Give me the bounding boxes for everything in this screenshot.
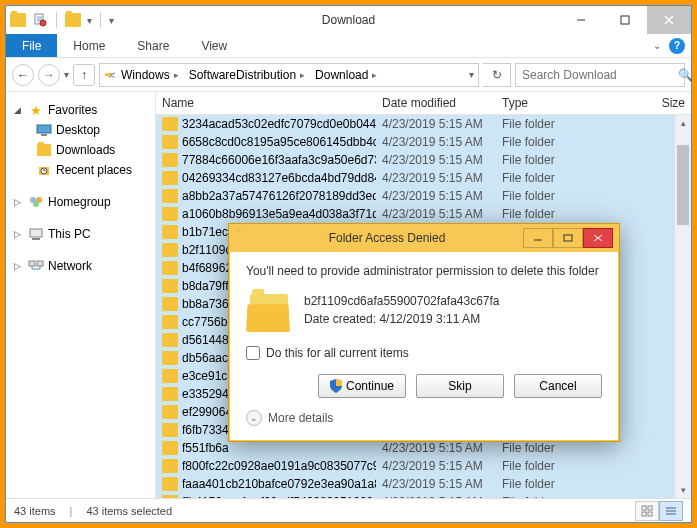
dialog-close-button[interactable]	[583, 228, 613, 248]
file-type: File folder	[496, 189, 576, 203]
file-name: cc7756b1	[182, 315, 234, 329]
file-tab[interactable]: File	[6, 34, 57, 57]
file-name: f551fb6a	[182, 441, 229, 455]
breadcrumb-segment[interactable]: SoftwareDistribution▸	[185, 68, 309, 82]
homegroup-node[interactable]: ▷Homegroup	[10, 192, 151, 212]
expand-ribbon-icon[interactable]: ⌄	[653, 40, 661, 51]
skip-button[interactable]: Skip	[416, 374, 504, 398]
svg-rect-6	[37, 125, 51, 133]
network-node[interactable]: ▷Network	[10, 256, 151, 276]
folder-access-dialog: Folder Access Denied You'll need to prov…	[228, 223, 620, 442]
thispc-node[interactable]: ▷This PC	[10, 224, 151, 244]
folder-icon	[162, 117, 178, 131]
folder-icon	[162, 189, 178, 203]
details-view-button[interactable]	[659, 501, 683, 521]
scrollbar[interactable]: ▴ ▾	[675, 115, 691, 498]
close-button[interactable]	[647, 6, 691, 34]
dialog-maximize-button[interactable]	[553, 228, 583, 248]
svg-rect-19	[642, 512, 646, 516]
breadcrumb-segment[interactable]: Windows▸	[117, 68, 183, 82]
qat-menu-icon[interactable]: ▾	[109, 15, 114, 26]
desktop-node[interactable]: Desktop	[32, 120, 151, 140]
search-icon[interactable]: 🔍	[678, 68, 693, 82]
continue-button[interactable]: Continue	[318, 374, 406, 398]
svg-rect-13	[30, 229, 42, 237]
list-item[interactable]: 3234acad53c02edfc7079cd0e0b04434/23/2019…	[156, 115, 691, 133]
folder-icon	[162, 423, 178, 437]
uac-shield-icon	[330, 379, 342, 393]
more-details-toggle[interactable]: ⌄ More details	[246, 410, 602, 426]
up-button[interactable]: ↑	[73, 64, 95, 86]
do-for-all-checkbox[interactable]: Do this for all current items	[246, 346, 602, 360]
list-item[interactable]: f800fc22c0928ae0191a9c0835077c904/23/201…	[156, 457, 691, 475]
file-name: b2f1109c	[182, 243, 231, 257]
search-box[interactable]: 🔍	[515, 63, 685, 87]
status-bar: 43 items | 43 items selected	[6, 498, 691, 522]
breadcrumb-segment[interactable]: Download▸	[311, 68, 381, 82]
column-size[interactable]: Size	[576, 96, 691, 110]
column-date[interactable]: Date modified	[376, 96, 496, 110]
help-icon[interactable]: ?	[669, 38, 685, 54]
cancel-button[interactable]: Cancel	[514, 374, 602, 398]
file-type: File folder	[496, 441, 576, 455]
folder-icon	[162, 225, 178, 239]
address-history-icon[interactable]: ▾	[469, 69, 474, 80]
folder-icon	[162, 135, 178, 149]
downloads-node[interactable]: Downloads	[32, 140, 151, 160]
dialog-item-date: Date created: 4/12/2019 3:11 AM	[304, 310, 500, 328]
address-bar[interactable]: ≪ Windows▸ SoftwareDistribution▸ Downloa…	[99, 63, 479, 87]
view-tab[interactable]: View	[185, 34, 243, 57]
list-item[interactable]: a8bb2a37a57476126f2078189dd3ed6e4/23/201…	[156, 187, 691, 205]
folder-icon	[162, 279, 178, 293]
folder-large-icon	[246, 292, 292, 332]
search-input[interactable]	[522, 68, 672, 82]
selection-count: 43 items selected	[86, 505, 172, 517]
refresh-button[interactable]: ↻	[483, 63, 511, 87]
share-tab[interactable]: Share	[121, 34, 185, 57]
file-type: File folder	[496, 153, 576, 167]
back-button[interactable]: ←	[12, 64, 34, 86]
file-name: b8da79ff	[182, 279, 229, 293]
folder-icon	[162, 171, 178, 185]
column-name[interactable]: Name	[156, 96, 376, 110]
file-name: ef299064	[182, 405, 232, 419]
list-item[interactable]: ffb4156caa1ecf62cdf54698695129244/23/201…	[156, 493, 691, 498]
list-item[interactable]: 6658c8cd0c8195a95ce806145dbb4cc84/23/201…	[156, 133, 691, 151]
scroll-down-icon[interactable]: ▾	[675, 482, 691, 498]
properties-icon[interactable]	[32, 12, 48, 28]
file-name: b4f68962	[182, 261, 232, 275]
chevron-down-icon[interactable]: ▾	[87, 15, 92, 26]
home-tab[interactable]: Home	[57, 34, 121, 57]
file-name: 77884c66006e16f3aafa3c9a50e6d73e	[182, 153, 376, 167]
dialog-item-name: b2f1109cd6afa55900702fafa43c67fa	[304, 292, 500, 310]
minimize-button[interactable]	[559, 6, 603, 34]
file-date: 4/23/2019 5:15 AM	[376, 477, 496, 491]
scroll-up-icon[interactable]: ▴	[675, 115, 691, 131]
dialog-title: Folder Access Denied	[257, 231, 517, 245]
svg-rect-15	[29, 261, 35, 266]
maximize-button[interactable]	[603, 6, 647, 34]
window-controls	[559, 6, 691, 34]
file-name: a8bb2a37a57476126f2078189dd3ed6e	[182, 189, 376, 203]
file-type: File folder	[496, 171, 576, 185]
recent-places-node[interactable]: Recent places	[32, 160, 151, 180]
column-type[interactable]: Type	[496, 96, 576, 110]
scroll-thumb[interactable]	[677, 145, 689, 225]
list-item[interactable]: 77884c66006e16f3aafa3c9a50e6d73e4/23/201…	[156, 151, 691, 169]
folder-icon	[162, 315, 178, 329]
dialog-body: You'll need to provide administrator per…	[229, 252, 619, 441]
new-folder-icon[interactable]	[65, 12, 81, 28]
file-type: File folder	[496, 459, 576, 473]
list-item[interactable]: 04269334cd83127e6bcda4bd79dd847a4/23/201…	[156, 169, 691, 187]
file-name: f800fc22c0928ae0191a9c0835077c90	[182, 459, 376, 473]
favorites-node[interactable]: ◢★Favorites	[10, 100, 151, 120]
thumbnails-view-button[interactable]	[635, 501, 659, 521]
history-dropdown-icon[interactable]: ▾	[64, 69, 69, 80]
list-item[interactable]: faaa401cb210bafce0792e3ea90a1a874/23/201…	[156, 475, 691, 493]
dialog-minimize-button[interactable]	[523, 228, 553, 248]
svg-rect-14	[32, 238, 40, 240]
list-item[interactable]: a1060b8b96913e5a9ea4d038a3f71d164/23/201…	[156, 205, 691, 223]
folder-icon	[235, 231, 251, 245]
checkbox-input[interactable]	[246, 346, 260, 360]
folder-icon	[162, 369, 178, 383]
